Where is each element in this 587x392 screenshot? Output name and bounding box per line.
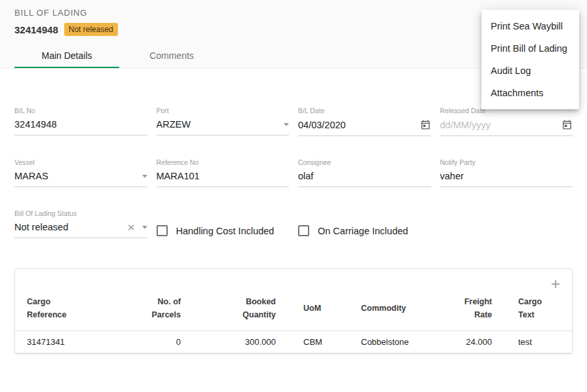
cell-booked-quantity: 300.000 xyxy=(181,331,276,353)
chevron-down-icon[interactable] xyxy=(284,123,289,126)
handling-cost-label: Handling Cost Included xyxy=(176,226,275,236)
bl-date-label: B/L Date xyxy=(298,107,431,115)
bl-status-select[interactable]: Not released ✕ xyxy=(14,222,147,238)
col-no-of-parcels: No. of Parcels xyxy=(119,295,181,321)
bl-no-field: B/L No 32414948 xyxy=(14,107,147,136)
bl-status-label: Bill Of Lading Status xyxy=(14,209,147,218)
cargo-card: + Cargo Reference No. of Parcels Booked … xyxy=(14,268,573,354)
reference-no-label: Reference No xyxy=(157,158,290,167)
main-content: B/L No 32414948 Port ARZEW B/L Date 04/0… xyxy=(0,107,587,367)
checkbox-icon[interactable] xyxy=(157,225,168,236)
reference-no-input[interactable]: MARA101 xyxy=(157,171,290,187)
released-date-input[interactable]: dd/MM/yyyy xyxy=(440,119,573,136)
tab-main-details[interactable]: Main Details xyxy=(14,44,119,68)
cell-cargo-text: test xyxy=(492,331,560,353)
clear-icon[interactable]: ✕ xyxy=(127,223,136,232)
chevron-down-icon[interactable] xyxy=(142,226,147,229)
released-date-field: Released Date dd/MM/yyyy xyxy=(440,107,573,136)
menu-item-print-sea-waybill[interactable]: Print Sea Waybill xyxy=(482,15,579,37)
col-cargo-reference: Cargo Reference xyxy=(27,295,119,321)
table-row[interactable]: 31471341 0 300.000 CBM Cobbelstone 24.00… xyxy=(15,330,572,353)
port-field: Port ARZEW xyxy=(157,107,290,136)
vessel-value: MARAS xyxy=(14,171,138,181)
port-value: ARZEW xyxy=(157,119,280,130)
on-carriage-checkbox[interactable]: On Carriage Included xyxy=(298,223,431,238)
notify-party-label: Notify Party xyxy=(440,158,573,167)
cell-uom: CBM xyxy=(276,331,361,353)
bl-no-label: B/L No xyxy=(14,107,147,115)
notify-party-value: vaher xyxy=(440,171,573,181)
cell-no-of-parcels: 0 xyxy=(119,331,181,353)
calendar-icon[interactable] xyxy=(420,119,431,130)
port-label: Port xyxy=(157,107,290,115)
bl-no-input[interactable]: 32414948 xyxy=(14,119,147,135)
consignee-input[interactable]: olaf xyxy=(298,171,431,187)
notify-party-field: Notify Party vaher xyxy=(440,158,573,187)
on-carriage-label: On Carriage Included xyxy=(318,226,408,236)
bl-date-input[interactable]: 04/03/2020 xyxy=(298,119,431,136)
col-booked-quantity: Booked Quantity xyxy=(181,295,276,321)
handling-cost-checkbox[interactable]: Handling Cost Included xyxy=(157,223,290,238)
tab-comments[interactable]: Comments xyxy=(119,44,224,68)
vessel-field: Vessel MARAS xyxy=(14,158,147,187)
calendar-icon[interactable] xyxy=(561,119,573,130)
vessel-select[interactable]: MARAS xyxy=(14,171,147,187)
menu-item-print-bill-of-lading[interactable]: Print Bill of Lading xyxy=(482,37,579,60)
bl-status-field: Bill Of Lading Status Not released ✕ xyxy=(14,209,147,238)
consignee-field: Consignee olaf xyxy=(298,158,431,187)
menu-item-audit-log[interactable]: Audit Log xyxy=(482,60,579,82)
status-badge: Not released xyxy=(64,23,118,36)
cell-cargo-reference: 31471341 xyxy=(27,331,119,353)
col-freight-rate: Freight Rate xyxy=(433,295,492,321)
cell-freight-rate: 24.000 xyxy=(433,331,492,353)
reference-no-value: MARA101 xyxy=(157,171,290,181)
chevron-down-icon[interactable] xyxy=(142,175,147,178)
menu-item-attachments[interactable]: Attachments xyxy=(482,82,579,104)
cell-commodity: Cobbelstone xyxy=(361,331,433,353)
checkbox-icon[interactable] xyxy=(298,225,309,236)
col-uom: UoM xyxy=(276,302,361,315)
cargo-table-header: Cargo Reference No. of Parcels Booked Qu… xyxy=(15,291,572,330)
bl-number: 32414948 xyxy=(14,24,58,35)
context-menu: Print Sea Waybill Print Bill of Lading A… xyxy=(482,10,579,109)
add-cargo-button[interactable]: + xyxy=(551,277,560,291)
vessel-label: Vessel xyxy=(14,158,147,167)
port-select[interactable]: ARZEW xyxy=(157,119,290,135)
col-cargo-text: Cargo Text xyxy=(492,295,560,321)
bl-date-field: B/L Date 04/03/2020 xyxy=(298,107,431,136)
notify-party-input[interactable]: vaher xyxy=(440,171,573,187)
consignee-value: olaf xyxy=(298,171,431,181)
consignee-label: Consignee xyxy=(298,158,431,167)
bl-status-value: Not released xyxy=(14,222,123,232)
col-commodity: Commodity xyxy=(361,302,433,315)
reference-no-field: Reference No MARA101 xyxy=(157,158,290,187)
bl-no-value: 32414948 xyxy=(14,119,147,130)
released-date-placeholder: dd/MM/yyyy xyxy=(440,120,558,130)
bl-date-value: 04/03/2020 xyxy=(298,120,416,130)
